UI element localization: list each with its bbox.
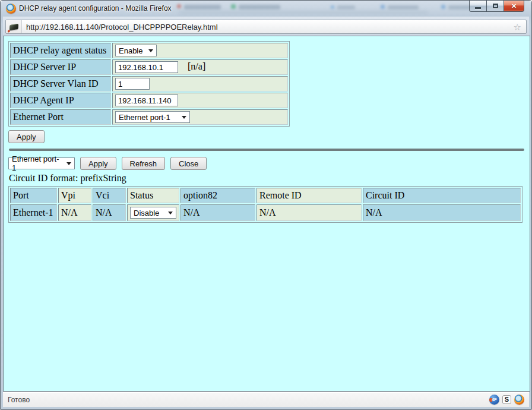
cell-option82: N/A [180,204,255,221]
title-bar: DHCP relay agent configuration - Mozilla… [1,1,531,17]
maximize-button[interactable] [486,1,504,12]
background-blur-blob [388,5,419,10]
bookmark-star-icon[interactable]: ☆ [509,23,526,31]
background-blur-blob [231,4,236,9]
close-icon: ✕ [511,2,517,10]
server-vlan-id-input[interactable] [115,78,150,90]
url-text[interactable]: http://192.168.11.140/Protocol_DHCPPPPOE… [22,23,509,31]
chevron-down-icon [182,116,186,119]
col-header-circuit-id: Circuit ID [363,188,521,203]
table-row: Ethernet Port Ethernet port-1 [10,109,288,125]
refresh-button[interactable]: Refresh [122,157,166,170]
firefox-app-icon [6,4,16,14]
port-controls-row: Ethernet port-1 Apply Refresh Close [8,157,525,170]
cell-vpi: N/A [58,204,91,221]
background-blur-blob [381,5,385,9]
site-favicon-icon [9,23,18,30]
table-row: DHCP Server Vlan ID [10,76,288,92]
apply-port-button[interactable]: Apply [80,157,116,170]
table-row: Ethernet-1 N/A N/A Disable N/A N/A N/A [10,204,521,221]
col-header-vci: Vci [93,188,126,203]
background-blur-blob [441,5,445,9]
agent-ip-input[interactable] [115,94,178,106]
server-ip-input[interactable] [115,61,178,73]
row-label: DHCP Agent IP [10,93,111,108]
ethernet-port-select[interactable]: Ethernet port-1 [115,111,190,123]
row-status-value: Disable [134,209,159,217]
extension-badge-icon[interactable]: 4P [489,395,499,405]
port-status-table: Port Vpi Vci Status option82 Remote ID C… [8,186,522,223]
background-blur-blob [239,5,280,10]
port-filter-select[interactable]: Ethernet port-1 [8,157,75,169]
background-blur-blob [184,5,221,10]
background-blur-blob [179,11,428,14]
extension-badge-label: 4P [492,398,497,402]
col-header-option82: option82 [180,188,255,203]
col-header-status: Status [127,188,179,203]
row-label: Ethernet Port [10,109,111,125]
cell-port: Ethernet-1 [10,204,57,221]
row-label: DHCP Server Vlan ID [10,76,111,92]
table-header-row: Port Vpi Vci Status option82 Remote ID C… [10,188,521,203]
maximize-icon [493,4,498,8]
status-bar-icons: 4P S [489,395,524,405]
col-header-vpi: Vpi [58,188,91,203]
chevron-down-icon [66,162,71,165]
apply-button[interactable]: Apply [8,130,45,143]
cell-vci: N/A [93,204,126,221]
dhcp-config-table: DHCP relay agent status Enable DHCP Serv… [8,41,290,127]
chevron-down-icon [148,49,153,52]
server-ip-note: [n/a] [188,61,205,71]
port-filter-value: Ethernet port-1 [12,154,62,172]
row-label: DHCP relay agent status [10,43,111,58]
col-header-remote-id: Remote ID [256,188,362,203]
relay-status-value: Enable [119,46,142,55]
window-controls: ✕ [469,1,524,12]
minimize-icon [475,7,481,9]
row-status-select[interactable]: Disable [130,207,176,219]
table-row: DHCP relay agent status Enable [10,43,288,58]
cell-circuit-id: N/A [363,204,521,221]
site-identity-box[interactable] [6,20,22,33]
noscript-icon[interactable]: S [502,395,511,404]
close-button[interactable]: ✕ [504,1,524,12]
firefox-status-icon[interactable] [514,395,524,405]
background-blur-blob [331,5,334,9]
page-content: DHCP relay agent status Enable DHCP Serv… [3,36,530,392]
window-title: DHCP relay agent configuration - Mozilla… [19,4,172,12]
ethernet-port-value: Ethernet port-1 [119,113,170,122]
circuit-id-note: Circuit ID format: prefixString [9,173,525,184]
section-divider [9,149,524,151]
navigation-toolbar: http://192.168.11.140/Protocol_DHCPPPPOE… [3,17,529,36]
chevron-down-icon [168,212,173,215]
minimize-button[interactable] [469,1,486,12]
table-row: DHCP Agent IP [10,93,288,108]
cell-remote-id: N/A [256,204,362,221]
table-row: DHCP Server IP [n/a] [10,59,288,75]
col-header-port: Port [10,188,57,203]
status-bar: Готово 4P S [3,392,529,407]
close-page-button[interactable]: Close [170,157,207,170]
relay-status-select[interactable]: Enable [115,45,157,56]
background-blur-blob [177,4,181,8]
row-label: DHCP Server IP [10,59,111,75]
browser-window: DHCP relay agent configuration - Mozilla… [0,0,532,410]
address-bar[interactable]: http://192.168.11.140/Protocol_DHCPPPPOE… [5,20,527,34]
status-text: Готово [8,396,30,404]
background-blur-blob [337,5,355,10]
